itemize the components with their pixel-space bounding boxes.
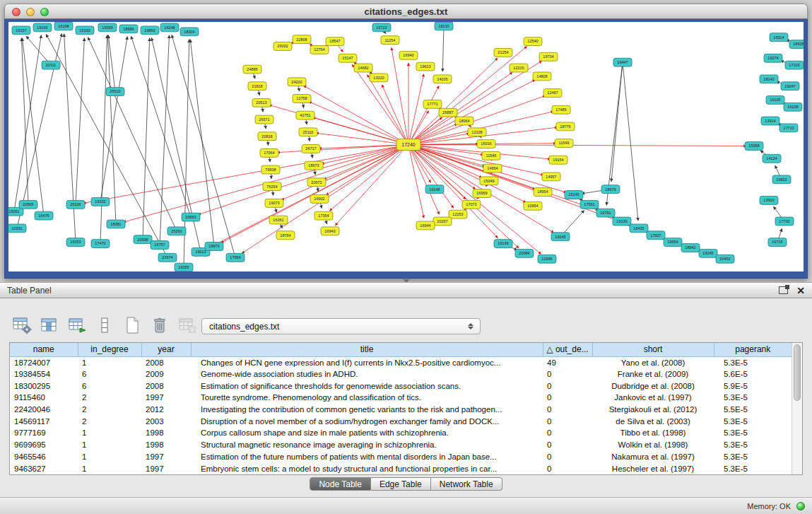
graph-node[interactable]: 16902 bbox=[310, 195, 329, 204]
cell-name[interactable]: 9465546 bbox=[10, 451, 78, 463]
graph-node[interactable]: 16105 bbox=[766, 96, 784, 105]
graph-node[interactable]: 26571 bbox=[255, 115, 273, 124]
cell-out_degree[interactable]: 0 bbox=[543, 462, 592, 474]
cell-short[interactable]: Dudbridge et al. (2008) bbox=[592, 380, 714, 392]
cell-short[interactable]: Jankovic et al. (1997) bbox=[592, 392, 714, 404]
cell-out_degree[interactable]: 0 bbox=[543, 415, 592, 427]
graph-node[interactable]: 19073 bbox=[265, 199, 283, 207]
graph-node[interactable]: 12540 bbox=[524, 37, 542, 46]
graph-node[interactable]: 76254 bbox=[263, 182, 281, 191]
graph-node[interactable]: 18143 bbox=[760, 75, 778, 83]
graph-node[interactable]: 20257 bbox=[433, 217, 452, 226]
graph-node[interactable]: 18973 bbox=[205, 243, 223, 251]
column-header-out_degree[interactable]: △ out_de... bbox=[543, 343, 592, 356]
graph-node[interactable]: 18130 bbox=[435, 22, 453, 30]
cell-year[interactable]: 1997 bbox=[141, 392, 191, 404]
graph-node[interactable]: 18679 bbox=[601, 185, 620, 194]
cell-out_degree[interactable]: 0 bbox=[543, 368, 592, 380]
graph-node[interactable]: 23974 bbox=[158, 253, 177, 262]
column-header-title[interactable]: title bbox=[191, 343, 543, 356]
cell-year[interactable]: 2008 bbox=[141, 356, 191, 368]
cell-name[interactable]: 22420046 bbox=[10, 404, 78, 416]
cell-out_degree[interactable]: 0 bbox=[543, 427, 592, 439]
graph-node[interactable]: 18381 bbox=[107, 220, 125, 228]
cell-short[interactable]: Hescheler et al. (1997) bbox=[592, 462, 714, 474]
graph-node[interactable]: 12253 bbox=[449, 210, 467, 218]
graph-node[interactable]: 26510 bbox=[106, 88, 124, 96]
table-settings-icon[interactable] bbox=[11, 315, 33, 335]
graph-node[interactable]: 14682 bbox=[354, 64, 372, 72]
graph-node[interactable]: 19245 bbox=[699, 249, 717, 257]
graph-node[interactable]: 20663 bbox=[182, 213, 200, 221]
close-panel-icon[interactable]: ✕ bbox=[796, 286, 805, 296]
tab-edge-table[interactable]: Edge Table bbox=[371, 477, 431, 491]
graph-node[interactable]: 16940 bbox=[399, 51, 418, 59]
graph-node[interactable]: 16476 bbox=[35, 211, 53, 220]
graph-node[interactable]: 16943 bbox=[321, 227, 339, 235]
graph-node[interactable]: 16055 bbox=[175, 263, 193, 271]
graph-node[interactable]: 17073 bbox=[462, 200, 481, 209]
graph-node[interactable]: 19245 bbox=[551, 233, 570, 241]
cell-in_degree[interactable]: 2 bbox=[78, 404, 141, 416]
graph-node[interactable]: 20084 bbox=[515, 249, 534, 257]
graph-node[interactable]: 16198 bbox=[54, 22, 73, 30]
graph-node[interactable]: 14035 bbox=[433, 75, 452, 83]
graph-node[interactable]: 13914 bbox=[761, 117, 779, 125]
cell-year[interactable]: 1998 bbox=[141, 427, 191, 439]
cell-in_degree[interactable]: 6 bbox=[78, 368, 141, 380]
graph-node[interactable]: 20311 bbox=[42, 61, 60, 69]
graph-node[interactable]: 15069 bbox=[98, 23, 117, 32]
column-header-short[interactable]: short bbox=[592, 343, 714, 356]
graph-node-hub[interactable]: 17240 bbox=[396, 139, 420, 151]
cell-in_degree[interactable]: 6 bbox=[78, 380, 141, 392]
graph-node[interactable]: 14957 bbox=[542, 173, 560, 181]
graph-node[interactable]: 19860 bbox=[141, 26, 159, 35]
graph-node[interactable]: 14954 bbox=[483, 164, 502, 173]
graph-node[interactable]: 14808 bbox=[533, 72, 551, 81]
cell-title[interactable]: Genome-wide association studies in ADHD. bbox=[191, 368, 543, 380]
graph-node[interactable]: 10391 bbox=[8, 224, 26, 233]
graph-node[interactable]: 14124 bbox=[763, 154, 781, 163]
cell-in_degree[interactable]: 1 bbox=[78, 451, 141, 463]
cell-name[interactable]: 14569117 bbox=[10, 415, 78, 427]
graph-node[interactable]: 18064 bbox=[455, 117, 473, 125]
new-table-icon[interactable] bbox=[122, 315, 143, 335]
table-row[interactable]: 946554611997Estimation of the future num… bbox=[10, 451, 792, 463]
table-row[interactable]: 1872400712008Changes of HCN gene express… bbox=[10, 356, 792, 368]
cell-title[interactable]: Embryonic stem cells: a model to study s… bbox=[191, 462, 543, 474]
graph-node[interactable]: 16822 bbox=[772, 175, 791, 184]
float-panel-icon[interactable] bbox=[779, 286, 788, 294]
cell-short[interactable]: Tibbo et al. (1998) bbox=[592, 427, 714, 439]
cell-pagerank[interactable]: 5.5E-5 bbox=[714, 404, 792, 416]
import-table-icon[interactable] bbox=[177, 315, 198, 335]
tab-node-table[interactable]: Node Table bbox=[310, 477, 371, 491]
cell-pagerank[interactable]: 5.3E-5 bbox=[714, 439, 792, 451]
table-row[interactable]: 911546021997Tourette syndrome. Phenomeno… bbox=[10, 392, 792, 404]
column-header-in_degree[interactable]: in_degree bbox=[78, 343, 141, 356]
graph-node[interactable]: 26717 bbox=[302, 145, 320, 153]
memory-status-icon[interactable] bbox=[796, 502, 805, 510]
graph-node[interactable]: 17607 bbox=[647, 231, 665, 240]
graph-node[interactable]: 18547 bbox=[326, 37, 344, 46]
graph-node[interactable]: 19447 bbox=[613, 58, 632, 66]
scrollbar-thumb[interactable] bbox=[794, 344, 801, 401]
graph-node[interactable]: 16715 bbox=[768, 238, 787, 247]
graph-node[interactable]: 20598 bbox=[134, 235, 152, 244]
cell-pagerank[interactable]: 5.6E-5 bbox=[714, 368, 792, 380]
cell-in_degree[interactable]: 1 bbox=[78, 439, 141, 451]
cell-pagerank[interactable]: 5.3E-5 bbox=[714, 392, 792, 404]
graph-node[interactable]: 16757 bbox=[151, 241, 169, 250]
graph-node[interactable]: 17103 bbox=[785, 61, 804, 69]
graph-node[interactable]: 42751 bbox=[296, 111, 314, 119]
graph-node[interactable]: 18986 bbox=[119, 25, 138, 33]
cell-name[interactable]: 9699695 bbox=[10, 439, 78, 451]
cell-name[interactable]: 9777169 bbox=[10, 427, 78, 439]
graph-node[interactable]: 17730 bbox=[775, 217, 794, 226]
cell-out_degree[interactable]: 0 bbox=[543, 439, 592, 451]
cell-out_degree[interactable]: 0 bbox=[543, 380, 592, 392]
graph-node[interactable]: 12215 bbox=[510, 64, 528, 72]
row-height-icon[interactable] bbox=[94, 315, 115, 335]
table-row[interactable]: 977716911998Corpus callosum shape and si… bbox=[10, 427, 792, 439]
graph-node[interactable]: 13220 bbox=[370, 74, 388, 82]
graph-node[interactable]: 12497 bbox=[543, 89, 562, 98]
